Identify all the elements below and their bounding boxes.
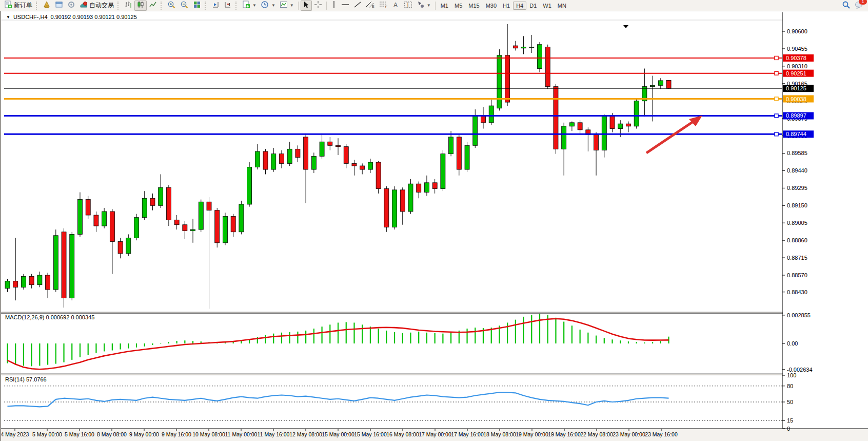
periods-button[interactable]: ▼ [259,1,278,11]
price-tick-label: 0.89295 [787,185,807,191]
price-tick-label: 0.88570 [787,272,807,278]
autotrading-label: 自动交易 [89,1,114,10]
shapes-button[interactable]: ▼ [415,1,433,11]
indicators-button[interactable]: ▼ [278,1,296,11]
time-tick-label: 12 May 08:00 [289,431,322,437]
chart-canvas[interactable]: 0.906000.904550.903100.901650.900200.898… [1,11,868,441]
vertical-line-button[interactable] [329,1,339,11]
auto-scroll-button[interactable] [222,1,234,11]
tile-windows-button[interactable] [191,1,203,11]
refresh-button[interactable] [65,1,77,11]
chevron-down-icon: ▼ [271,3,275,8]
chart-ohlc-values: 0.90192 0.90193 0.90121 0.90125 [51,14,137,20]
candle-body [223,216,227,242]
styler-button[interactable] [41,1,53,11]
candle-body [408,184,413,212]
time-tick-label: 23 May 16:00 [645,431,678,437]
new-chart-button[interactable]: ▼ [240,1,259,11]
level-handle[interactable] [775,56,778,60]
trendline-button[interactable] [351,1,364,11]
time-tick-label: 15 May 00:00 [322,431,354,437]
search-icon[interactable] [842,1,851,11]
candle-body [392,190,397,227]
candle-body [513,46,518,48]
candle-body [215,210,220,243]
level-handle[interactable] [775,132,778,136]
candle-body [110,212,114,241]
tf-d1-button[interactable]: D1 [526,2,540,10]
price-tick-label: 0.90310 [787,63,807,69]
line-chart-button[interactable] [147,1,159,11]
fibonacci-button[interactable]: F [377,1,390,11]
time-tick-label: 11 May 16:00 [258,431,290,437]
candle-body [271,154,276,169]
autotrading-button[interactable]: 自动交易 [77,1,116,11]
tf-m1-button[interactable]: M1 [438,2,451,10]
time-tick-label: 5 May 16:00 [65,431,94,437]
chart-shift-button[interactable] [209,1,222,11]
level-handle[interactable] [775,114,778,118]
label-icon: T [404,1,412,10]
zoom-out-button[interactable] [178,1,191,11]
toolbar-grip [235,2,239,10]
candle-body [602,116,606,150]
candle-body [46,275,50,290]
indicators-icon [280,1,288,10]
label-button[interactable]: T [402,1,415,11]
candle-body [295,149,300,157]
tf-h4-button[interactable]: H4 [513,2,526,10]
candle-body [255,151,260,167]
new-order-button[interactable]: 新订单 [2,1,34,11]
toolbar-separator [435,2,436,10]
rsi-indicator-label: RSI(14) 57.0766 [5,376,47,382]
candle-body [432,183,437,189]
time-tick-label: 17 May 00:00 [419,431,451,437]
candle-body [424,183,429,193]
level-handle[interactable] [775,97,778,101]
line-chart-icon [149,1,157,10]
tf-w1-button[interactable]: W1 [540,2,555,10]
candle-body [569,123,574,126]
tf-h1-button[interactable]: H1 [500,2,513,10]
time-tick-label: 22 May 08:00 [580,431,613,437]
candle-body [77,200,82,235]
crosshair-button[interactable] [312,1,324,11]
time-tick-label: 9 May 00:00 [129,431,159,437]
price-tick-label: 0.89005 [787,220,807,226]
open-window-button[interactable] [53,1,65,11]
candle-body [658,81,663,85]
cursor-button[interactable] [301,1,312,11]
tf-m30-button[interactable]: M30 [483,2,500,10]
time-tick-label: 17 May 16:00 [451,431,484,437]
collapse-triangle-icon[interactable]: ▼ [6,15,10,20]
tf-m5-button[interactable]: M5 [451,2,465,10]
channel-button[interactable]: E [364,1,377,11]
bar-chart-button[interactable] [122,1,134,11]
crosshair-icon [314,1,322,10]
price-badge-label: 0.90038 [786,96,806,102]
price-tick-label: 0.89440 [787,167,807,174]
candle-body [497,55,502,108]
candle-body [287,149,292,163]
candle-body [578,123,582,130]
toolbar-separator [298,2,299,10]
chat-button[interactable]: 1 [855,1,864,10]
time-tick-label: 9 May 16:00 [162,431,191,437]
horizontal-line-button[interactable] [339,1,351,11]
new-order-label: 新订单 [14,1,32,10]
candlestick-chart-button[interactable] [134,1,147,11]
cursor-icon [303,1,310,10]
new-chart-icon [242,1,250,10]
macd-tick-label: 0.002855 [787,312,811,318]
candle-body [441,154,445,189]
text-button[interactable]: A [390,1,402,11]
zoom-in-button[interactable] [165,1,178,11]
tf-mn-button[interactable]: MN [555,2,569,10]
tf-m15-button[interactable]: M15 [465,2,482,10]
candle-body [94,215,98,226]
level-handle[interactable] [775,71,778,75]
candle-body [183,225,187,231]
candle-body [53,236,58,290]
candlestick-chart-icon [136,1,145,10]
candle-body [505,55,510,102]
